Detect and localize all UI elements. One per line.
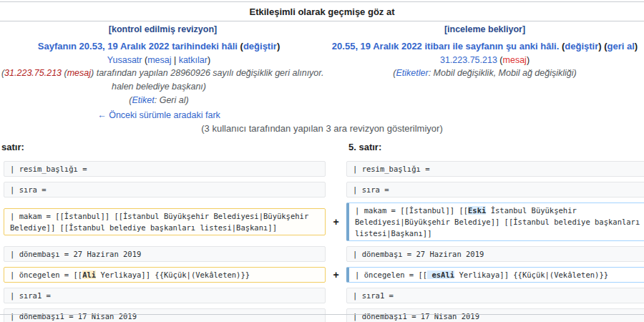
old-tags-label-link[interactable]: Etiket (132, 95, 154, 105)
old-revision-status-link[interactable]: [kontrol edilmiş revizyon] (109, 24, 217, 34)
old-revision-edit-summary: k (31.223.75.213 (mesaj) tarafından yapı… (0, 67, 327, 94)
paren: ( (497, 55, 503, 65)
paren: ( (142, 55, 147, 65)
added-line-text: | öncegelen = [[ (355, 270, 427, 279)
new-revision-status-link[interactable]: [inceleme bekliyor] (444, 24, 525, 34)
old-context-line: | dönembaşı = 27 Haziran 2019 (4, 246, 326, 262)
deleted-line-text: Yerlikaya]] {{Küçük|(Vekâleten)}} (96, 270, 250, 279)
old-revision-edit-link[interactable]: değiştir (243, 41, 277, 52)
paren: ) (186, 95, 189, 105)
new-revision-user-line: 31.223.75.213 (mesaj) (326, 54, 644, 67)
new-tags-label-link[interactable]: Etiketler (396, 68, 428, 78)
new-revision-title: 20.55, 19 Aralık 2022 itibarı ile sayfan… (326, 39, 644, 54)
colon-separator: : (429, 68, 434, 78)
paren: ) ( (598, 41, 607, 52)
summary-ip-link[interactable]: 31.223.75.213 (4, 68, 62, 78)
added-line-marker: + (326, 269, 346, 280)
paren: ) (203, 82, 206, 92)
previous-diff-link[interactable]: ← Önceki sürümle aradaki fark (97, 110, 220, 120)
new-context-line: | sıra1 = (346, 288, 644, 303)
new-line-number-header: 5. satır: (348, 142, 381, 152)
added-line-text: | makam = [[İstanbul]] [[ (355, 206, 468, 215)
new-revision-date-link[interactable]: 20.55, 19 Aralık 2022 itibarı ile sayfan… (332, 41, 559, 52)
old-revision-tags: (Etiket: Geri al) (0, 94, 327, 107)
paren: ) (635, 41, 638, 52)
pipe-separator: | (171, 55, 178, 65)
previous-diff-nav: ← Önceki sürümle aradaki fark (0, 109, 327, 122)
paren: ) (574, 68, 577, 78)
old-user-talk-link[interactable]: mesaj (147, 55, 171, 65)
diff-row-context: | resim_başlığı = | resim_başlığı = (0, 161, 644, 177)
hidden-revisions-notice: (3 kullanıcı tarafından yapılan 3 ara re… (0, 123, 644, 134)
diff-row-context: | dönembaşı1 = 17 Nisan 2019 | dönembaşı… (0, 308, 644, 322)
old-changed-line: | makam = [[İstanbul]] [[İstanbul Büyükş… (4, 208, 326, 235)
new-revision-status: [inceleme bekliyor] (326, 24, 644, 34)
new-changed-line: | makam = [[İstanbul]] [[Eski İstanbul B… (346, 203, 644, 241)
new-context-line: | dönembaşı = 27 Haziran 2019 (346, 246, 644, 262)
old-changed-line: | öncegelen = [[Ali Yerlikaya]] {{Küçük|… (4, 267, 326, 283)
added-line-text: Yerlikaya]] {{Küçük|(Vekâleten)}} (454, 270, 608, 279)
old-tags-value: Geri al (160, 95, 186, 105)
deleted-text-highlight: Ali (82, 270, 96, 279)
paren: ) (208, 55, 210, 65)
old-revision-user-line: Yusasatr (mesaj | katkılar) (0, 54, 327, 67)
old-revision-title: Sayfanın 20.53, 19 Aralık 2022 tarihinde… (0, 39, 327, 54)
old-context-line: | sıra1 = (4, 288, 326, 303)
new-user-link[interactable]: 31.223.75.213 (440, 55, 497, 65)
paren: ( (238, 41, 243, 52)
diff-row-context: | dönembaşı = 27 Haziran 2019 | dönembaş… (0, 246, 644, 262)
new-tags-value: Mobil değişiklik, Mobil ağ değişikliği (434, 68, 574, 78)
old-context-line: | sıra = (4, 182, 326, 197)
old-revision-header: Sayfanın 20.53, 19 Aralık 2022 tarihinde… (0, 39, 327, 122)
colon-separator: : (155, 95, 160, 105)
history-navigation-bar: Etkileşimli olarak geçmişe göz at (0, 1, 644, 21)
old-line-number-header: satır: (1, 142, 24, 152)
inserted-text-highlight: Eski (468, 206, 486, 215)
bottom-divider (0, 314, 644, 315)
rollback-link[interactable]: geri al (608, 41, 635, 52)
old-context-line: | resim_başlığı = (4, 161, 326, 177)
inserted-text-highlight: esAli (427, 270, 454, 279)
new-context-line: | resim_başlığı = (346, 161, 644, 177)
old-context-line: | dönembaşı1 = 17 Nisan 2019 (4, 308, 326, 322)
paren: ) (91, 68, 97, 78)
new-context-line: | dönembaşı1 = 17 Nisan 2019 (346, 308, 644, 322)
old-user-contribs-link[interactable]: katkılar (179, 55, 208, 65)
diff-row-context: | sıra1 = | sıra1 = (0, 288, 644, 303)
paren: ) (277, 41, 280, 52)
diff-row-changed: | makam = [[İstanbul]] [[İstanbul Büyükş… (0, 203, 644, 241)
new-context-line: | sıra = (346, 182, 644, 197)
diff-page: Etkileşimli olarak geçmişe göz at [kontr… (0, 0, 644, 322)
new-changed-line: | öncegelen = [[ esAli Yerlikaya]] {{Küç… (346, 267, 644, 283)
summary-talk-link[interactable]: mesaj (67, 68, 91, 78)
deleted-line-text: | öncegelen = [[ (10, 270, 82, 279)
summary-text: tarafından yapılan 28960926 sayılı değiş… (97, 68, 324, 92)
paren: ( (62, 68, 67, 78)
added-line-marker: + (326, 216, 346, 228)
diff-row-context: | sıra = | sıra = (0, 182, 644, 197)
new-revision-edit-link[interactable]: değiştir (565, 41, 598, 52)
old-revision-date-link[interactable]: Sayfanın 20.53, 19 Aralık 2022 tarihinde… (38, 41, 238, 52)
old-revision-status: [kontrol edilmiş revizyon] (0, 24, 326, 34)
old-user-link[interactable]: Yusasatr (107, 55, 142, 65)
new-revision-tags: (Etiketler: Mobil değişiklik, Mobil ağ d… (326, 67, 644, 80)
new-user-talk-link[interactable]: mesaj (503, 55, 527, 65)
diff-table: | resim_başlığı = | resim_başlığı = | sı… (0, 161, 644, 322)
deleted-line-text: | makam = [[İstanbul]] [[İstanbul Büyükş… (10, 212, 313, 232)
paren: ) (527, 55, 530, 65)
page-title: Etkileşimli olarak geçmişe göz at (249, 6, 394, 17)
diff-row-changed: | öncegelen = [[Ali Yerlikaya]] {{Küçük|… (0, 267, 644, 283)
new-revision-header: 20.55, 19 Aralık 2022 itibarı ile sayfan… (326, 39, 644, 80)
